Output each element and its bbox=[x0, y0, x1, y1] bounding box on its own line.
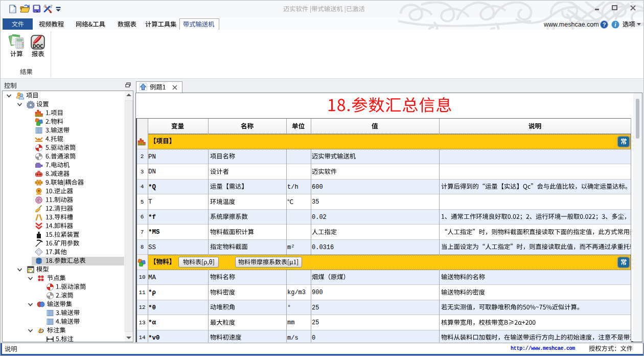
svg-text:P: P bbox=[37, 198, 40, 203]
svg-text:?: ? bbox=[603, 21, 606, 28]
